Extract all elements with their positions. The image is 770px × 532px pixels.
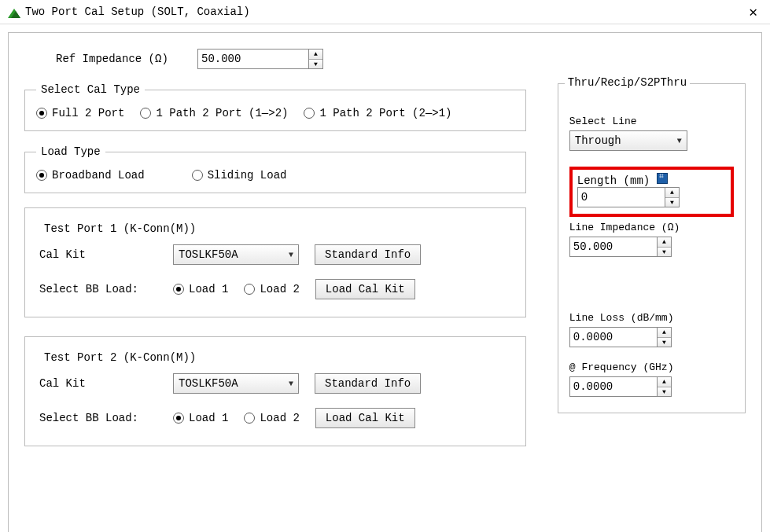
port1-load-cal-kit-button[interactable]: Load Cal Kit bbox=[315, 279, 415, 299]
app-icon bbox=[8, 6, 20, 18]
port1-bb-label: Select BB Load: bbox=[39, 283, 157, 295]
port1-load2-radio[interactable]: Load 2 bbox=[244, 283, 299, 295]
radio-circle-icon bbox=[173, 413, 184, 424]
cal-type-group: Select Cal Type Full 2 Port 1 Path 2 Por… bbox=[24, 83, 526, 131]
thru-legend: Thru/Recip/S2PThru bbox=[565, 76, 690, 89]
window-body: Ref Impedance (Ω) ▲▼ Select Cal Type Ful… bbox=[8, 32, 762, 532]
test-port-1-group: Test Port 1 (K-Conn(M)) Cal Kit TOSLKF50… bbox=[24, 207, 526, 317]
radio-circle-icon bbox=[36, 170, 47, 181]
radio-circle-icon bbox=[304, 108, 315, 119]
port2-load2-radio[interactable]: Load 2 bbox=[244, 412, 299, 424]
port1-cal-kit-select[interactable]: TOSLKF50A ▼ bbox=[173, 244, 299, 265]
window-title: Two Port Cal Setup (SOLT, Coaxial) bbox=[25, 6, 250, 18]
test-port-2-group: Test Port 2 (K-Conn(M)) Cal Kit TOSLKF50… bbox=[24, 336, 526, 446]
line-impedance-label: Line Impedance (Ω) bbox=[569, 222, 734, 233]
select-line-label: Select Line bbox=[569, 116, 734, 127]
port2-cal-kit-select[interactable]: TOSLKF50A ▼ bbox=[173, 373, 299, 394]
length-input[interactable]: ▲▼ bbox=[577, 187, 680, 207]
port1-standard-info-button[interactable]: Standard Info bbox=[315, 244, 421, 265]
line-impedance-input[interactable]: ▲▼ bbox=[569, 237, 672, 257]
ref-impedance-input[interactable]: ▲▼ bbox=[197, 49, 323, 69]
line-loss-label: Line Loss (dB/mm) bbox=[569, 312, 734, 324]
port1-cal-kit-label: Cal Kit bbox=[39, 248, 157, 261]
radio-circle-icon bbox=[36, 108, 47, 119]
radio-1path-1to2[interactable]: 1 Path 2 Port (1—>2) bbox=[140, 107, 288, 119]
close-icon[interactable]: ✕ bbox=[744, 3, 762, 20]
select-line-dropdown[interactable]: Through ▼ bbox=[569, 130, 687, 151]
chevron-down-icon: ▼ bbox=[289, 251, 293, 259]
radio-circle-icon bbox=[244, 284, 255, 295]
port2-cal-kit-label: Cal Kit bbox=[39, 377, 157, 390]
titlebar: Two Port Cal Setup (SOLT, Coaxial) ✕ bbox=[0, 0, 770, 24]
thru-group: Thru/Recip/S2PThru Select Line Through ▼… bbox=[558, 83, 746, 413]
ref-impedance-label: Ref Impedance (Ω) bbox=[56, 53, 190, 65]
port2-standard-info-button[interactable]: Standard Info bbox=[315, 373, 421, 394]
load-type-group: Load Type Broadband Load Sliding Load bbox=[24, 145, 526, 193]
port1-legend: Test Port 1 (K-Conn(M)) bbox=[39, 222, 201, 235]
radio-1path-2to1[interactable]: 1 Path 2 Port (2—>1) bbox=[304, 107, 451, 119]
radio-circle-icon bbox=[244, 413, 255, 424]
chevron-down-icon: ▼ bbox=[289, 380, 293, 388]
length-highlight: Length (mm) ▲▼ bbox=[569, 167, 734, 217]
port1-load1-radio[interactable]: Load 1 bbox=[173, 283, 228, 295]
length-label: Length (mm) bbox=[577, 173, 726, 187]
spinner-arrows[interactable]: ▲▼ bbox=[308, 50, 322, 68]
cal-type-legend: Select Cal Type bbox=[36, 83, 145, 96]
line-loss-input[interactable]: ▲▼ bbox=[569, 327, 672, 347]
radio-circle-icon bbox=[140, 108, 151, 119]
radio-circle-icon bbox=[192, 170, 203, 181]
port2-load-cal-kit-button[interactable]: Load Cal Kit bbox=[315, 408, 415, 428]
radio-full-2-port[interactable]: Full 2 Port bbox=[36, 107, 124, 119]
chevron-down-icon: ▼ bbox=[677, 137, 682, 145]
calculator-icon[interactable] bbox=[657, 173, 668, 184]
port2-bb-label: Select BB Load: bbox=[39, 412, 157, 424]
frequency-label: @ Frequency (GHz) bbox=[569, 361, 734, 373]
frequency-input[interactable]: ▲▼ bbox=[569, 376, 672, 397]
load-type-legend: Load Type bbox=[36, 145, 105, 158]
radio-circle-icon bbox=[173, 284, 184, 295]
port2-legend: Test Port 2 (K-Conn(M)) bbox=[39, 351, 201, 364]
radio-broadband-load[interactable]: Broadband Load bbox=[36, 169, 145, 182]
port2-load1-radio[interactable]: Load 1 bbox=[173, 412, 228, 424]
ref-impedance-field[interactable] bbox=[198, 50, 308, 68]
radio-sliding-load[interactable]: Sliding Load bbox=[192, 169, 287, 182]
